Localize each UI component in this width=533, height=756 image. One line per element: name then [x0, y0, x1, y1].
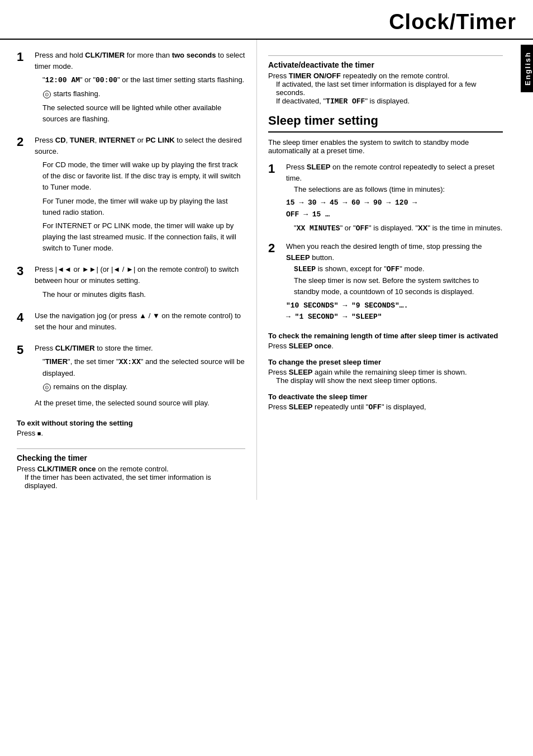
checking-timer-section: Checking the timer Press CLK/TIMER once … [17, 448, 245, 490]
sleep-step-1: 1 Press SLEEP on the remote control repe… [268, 162, 503, 234]
step-5-detail-2: ⊙ remains on the display. [42, 381, 245, 393]
check-remaining-instruction: Press SLEEP once. [268, 342, 503, 350]
step-2-detail-3: For INTERNET or PC LINK mode, the timer … [42, 220, 245, 254]
activate-divider [268, 55, 503, 56]
activate-instruction: Press TIMER ON/OFF repeatedly on the rem… [268, 72, 503, 80]
step-1-detail-2: ⊙ starts flashing. [42, 88, 245, 100]
sleep-timer-intro: The sleep timer enables the system to sw… [268, 138, 503, 155]
step-5: 5 Press CLK/TIMER to store the timer. "T… [17, 343, 245, 411]
stop-icon [37, 429, 41, 437]
step-2-content: Press CD, TUNER, INTERNET or PC LINK to … [35, 135, 245, 256]
english-tab: English [521, 45, 533, 92]
page-title: Clock/Timer [389, 10, 516, 34]
sleep-step-1-content: Press SLEEP on the remote control repeat… [286, 162, 503, 234]
checking-timer-divider [17, 448, 245, 449]
step-3-main: Press |◄◄ or ►►| (or |◄ / ►| on the remo… [35, 264, 245, 286]
exit-section-title: To exit without storing the setting [17, 419, 245, 427]
step-1-main: Press and hold CLK/TIMER for more than t… [35, 50, 245, 72]
step-3-content: Press |◄◄ or ►►| (or |◄ / ►| on the remo… [35, 264, 245, 302]
change-preset-instruction: Press SLEEP again while the remaining sl… [268, 368, 503, 376]
activate-detail-1: If activated, the last set timer informa… [276, 80, 503, 97]
exit-section-instruction: Press . [17, 429, 245, 437]
step-2-main: Press CD, TUNER, INTERNET or PC LINK to … [35, 135, 245, 157]
sleep-step-1-detail-2: "XX MINUTES" or "OFF" is displayed. "XX"… [294, 223, 503, 234]
sleep-step-2-detail-1: SLEEP is shown, except for "OFF" mode. [294, 263, 503, 275]
step-3-detail-1: The hour or minutes digits flash. [42, 289, 245, 300]
change-preset-detail: The display will show the next sleep tim… [276, 376, 503, 385]
step-4-content: Use the navigation jog (or press ▲ / ▼ o… [35, 310, 245, 335]
step-1-number: 1 [17, 50, 32, 127]
left-column: 1 Press and hold CLK/TIMER for more than… [0, 40, 257, 500]
activate-title: Activate/deactivate the timer [268, 60, 503, 69]
sleep-step-2-main: When you reach the desired length of tim… [286, 241, 503, 263]
page-header: Clock/Timer [0, 0, 533, 40]
step-2: 2 Press CD, TUNER, INTERNET or PC LINK t… [17, 135, 245, 256]
sleep-step-2-countdown: "10 SECONDS" → "9 SECONDS"….→ "1 SECOND"… [286, 300, 503, 323]
step-1-detail-3: The selected source will be lighted whil… [42, 102, 245, 125]
step-4-number: 4 [17, 310, 32, 335]
right-column: Activate/deactivate the timer Press TIME… [257, 40, 520, 500]
step-5-detail-3: At the preset time, the selected sound s… [35, 398, 245, 409]
sleep-step-1-main: Press SLEEP on the remote control repeat… [286, 162, 503, 184]
checking-timer-instruction: Press CLK/TIMER once on the remote contr… [17, 465, 245, 473]
source-icon-1: ⊙ [43, 91, 51, 98]
step-5-content: Press CLK/TIMER to store the timer. "TIM… [35, 343, 245, 411]
deactivate-section: To deactivate the sleep timer Press SLEE… [268, 393, 503, 412]
source-icon-2: ⊙ [43, 384, 51, 391]
step-2-number: 2 [17, 135, 32, 256]
check-remaining-title: To check the remaining length of time af… [268, 332, 503, 340]
step-4-main: Use the navigation jog (or press ▲ / ▼ o… [35, 310, 245, 333]
content-area: 1 Press and hold CLK/TIMER for more than… [0, 40, 533, 500]
check-remaining-section: To check the remaining length of time af… [268, 332, 503, 350]
activate-detail-2: If deactivated, "TIMER OFF" is displayed… [276, 97, 503, 106]
step-5-main: Press CLK/TIMER to store the timer. [35, 343, 245, 354]
sleep-step-2-number: 2 [268, 241, 284, 325]
step-5-number: 5 [17, 343, 32, 411]
step-3-number: 3 [17, 264, 32, 302]
change-preset-title: To change the preset sleep timer [268, 358, 503, 366]
change-preset-section: To change the preset sleep timer Press S… [268, 358, 503, 385]
step-2-detail-2: For Tuner mode, the timer will wake up b… [42, 196, 245, 218]
sleep-step-2: 2 When you reach the desired length of t… [268, 241, 503, 325]
deactivate-title: To deactivate the sleep timer [268, 393, 503, 401]
deactivate-instruction: Press SLEEP repeatedly until "OFF" is di… [268, 403, 503, 412]
sleep-timer-heading: Sleep timer setting [268, 114, 503, 133]
activate-section: Activate/deactivate the timer Press TIME… [268, 55, 503, 106]
sleep-step-1-number: 1 [268, 162, 284, 234]
sleep-step-2-content: When you reach the desired length of tim… [286, 241, 503, 325]
step-1: 1 Press and hold CLK/TIMER for more than… [17, 50, 245, 127]
step-1-content: Press and hold CLK/TIMER for more than t… [35, 50, 245, 127]
sleep-step-1-detail-1: The selections are as follows (time in m… [294, 184, 503, 195]
sleep-step-1-sequence: 15 → 30 → 45 → 60 → 90 → 120 →OFF → 15 … [286, 197, 503, 220]
step-3: 3 Press |◄◄ or ►►| (or |◄ / ►| on the re… [17, 264, 245, 302]
sleep-step-2-detail-2: The sleep timer is now set. Before the s… [294, 275, 503, 297]
checking-timer-title: Checking the timer [17, 453, 245, 462]
step-4: 4 Use the navigation jog (or press ▲ / ▼… [17, 310, 245, 335]
step-5-detail-1: "TIMER", the set timer "XX:XX" and the s… [42, 356, 245, 379]
step-1-detail-1: "12:00 AM" or "00:00" or the last timer … [42, 74, 245, 86]
step-2-detail-1: For CD mode, the timer will wake up by p… [42, 159, 245, 193]
exit-section: To exit without storing the setting Pres… [17, 419, 245, 437]
checking-timer-detail: If the timer has been activated, the set… [25, 473, 245, 490]
